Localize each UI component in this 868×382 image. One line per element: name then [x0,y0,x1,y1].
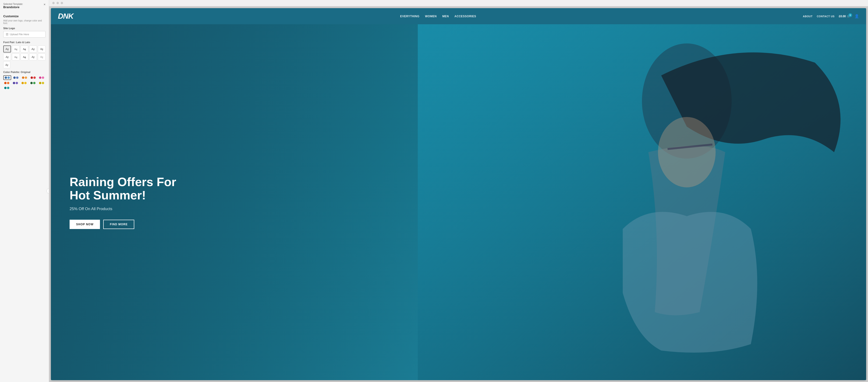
nav-men[interactable]: MEN [442,15,449,18]
about-link[interactable]: ABOUT [803,15,813,18]
dot2 [33,76,36,79]
dot2 [16,76,19,79]
site-logo: DNK [58,12,73,21]
hero-content: Raining Offers For Hot Summer! 25% Off O… [70,175,186,229]
cart-price: £0.00 [839,15,846,18]
font-option-11[interactable]: Ag [3,61,10,68]
site-nav: EVERYTHING WOMEN MEN ACCESSORIES [400,15,476,18]
palette-grid-row3 [3,86,45,90]
palette-orange[interactable] [21,75,29,80]
dot2 [7,82,9,84]
dot2 [33,82,35,84]
nav-women[interactable]: WOMEN [425,15,437,18]
upload-icon: 🖼 [6,33,8,36]
nav-everything[interactable]: EVERYTHING [400,15,420,18]
upload-label: Upload File Here [10,33,29,36]
font-option-4[interactable]: Ag [29,45,37,53]
customize-subtitle: Add your own logo, change color and font… [3,20,45,25]
dot1 [22,76,24,79]
dot1 [39,76,41,79]
svg-point-2 [658,117,716,187]
dot2 [42,82,44,84]
browser-dot-3 [61,2,63,4]
upload-file-box[interactable]: 🖼 Upload File Here [3,31,45,38]
dot1 [22,82,24,84]
user-icon[interactable]: 👤 [855,14,859,19]
customize-panel: Selected Template: Brandstore × Customiz… [0,0,49,382]
dot2 [42,76,44,79]
contact-link[interactable]: CONTACT US [817,15,835,18]
font-option-5[interactable]: Ag [38,45,45,53]
header-right: ABOUT CONTACT US £0.00 🛒 0 👤 [803,14,859,19]
dot2 [7,87,9,89]
close-button[interactable]: × [44,3,45,6]
font-option-1[interactable]: Ag [3,45,11,53]
font-grid: Ag Ag Ag Ag Ag Ag Ag Ag Ag Ag [3,45,45,60]
palette-burnt[interactable] [3,81,11,85]
shop-now-button[interactable]: SHOP NOW [70,220,100,229]
palette-teal[interactable] [3,86,11,90]
collapse-panel-button[interactable]: ‹ [46,188,49,194]
dot2 [16,82,18,84]
selected-template-label: Selected Template: [3,3,23,5]
hero-subtitle: 25% Off On All Products [70,207,186,211]
palette-blue[interactable] [12,75,20,80]
dot1 [5,76,7,79]
palette-label: Color Palette: Original [3,71,45,73]
website-preview-frame: DNK EVERYTHING WOMEN MEN ACCESSORIES ABO… [51,8,866,380]
font-option-8[interactable]: Ag [21,54,28,60]
hero-section: Raining Offers For Hot Summer! 25% Off O… [51,24,866,380]
palette-yellow[interactable] [21,81,28,85]
palette-gold[interactable] [38,81,45,85]
dot1 [4,82,6,84]
palette-purple[interactable] [12,81,20,85]
palette-grid-row1 [3,75,45,80]
hero-title: Raining Offers For Hot Summer! [70,175,186,202]
browser-dot-1 [52,2,55,4]
font-option-2[interactable]: Ag [12,45,20,53]
dot1 [30,82,33,84]
dot1 [39,82,41,84]
cart-badge: 0 [848,13,852,17]
font-option-10[interactable]: Ag [38,54,45,60]
main-preview-area: DNK EVERYTHING WOMEN MEN ACCESSORIES ABO… [49,0,868,382]
palette-original[interactable] [3,75,11,80]
hero-buttons: SHOP NOW FIND MORE [70,220,186,229]
font-option-3[interactable]: Ag [21,45,28,53]
dot1 [13,82,15,84]
customize-title: Customize [3,14,45,18]
dot1 [31,76,33,79]
browser-chrome [49,0,868,6]
dot1 [4,87,6,89]
dot2 [7,76,10,79]
hero-person-graphic [418,24,866,380]
find-more-button[interactable]: FIND MORE [103,220,134,229]
palette-green[interactable] [29,81,37,85]
dot1 [13,76,16,79]
site-logo-label: Site Logo [3,27,45,30]
font-option-7[interactable]: Ag [12,54,20,60]
font-pair-label: Font Pair: Lato & Lato [3,41,45,44]
dot2 [25,76,27,79]
font-option-6[interactable]: Ag [3,54,11,60]
palette-red[interactable] [30,75,37,80]
cart-button[interactable]: £0.00 🛒 0 [839,15,850,18]
palette-pink[interactable] [38,75,45,80]
template-name: Brandstore [3,5,23,9]
browser-dot-2 [57,2,59,4]
site-header: DNK EVERYTHING WOMEN MEN ACCESSORIES ABO… [51,8,866,24]
palette-grid-row2 [3,81,45,85]
nav-accessories[interactable]: ACCESSORIES [455,15,476,18]
dot2 [24,82,27,84]
font-option-9[interactable]: Ag [29,54,37,60]
